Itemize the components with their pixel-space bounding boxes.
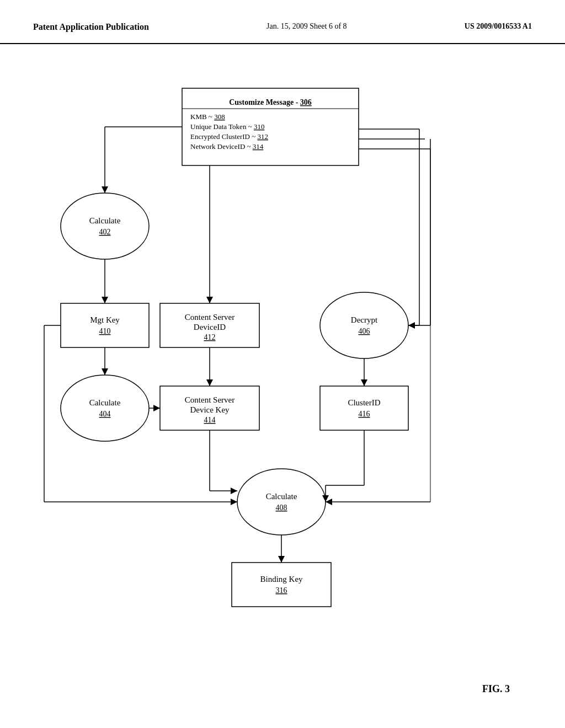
cluster-id-label: ClusterID: [348, 398, 380, 407]
mgt-key-label: Mgt Key: [90, 315, 120, 324]
arrow-to-calc404: [102, 368, 108, 375]
arrow-to-calc402: [102, 186, 108, 193]
cs-deviceid-sublabel: 412: [204, 333, 216, 341]
unique-data-token-label: Unique Data Token ~ 310: [190, 122, 264, 131]
calc-402-label: Calculate: [89, 216, 121, 225]
header-left: Patent Application Publication: [33, 22, 149, 32]
calc-408-label: Calculate: [266, 492, 297, 501]
network-device-label: Network DeviceID ~ 314: [190, 142, 264, 151]
calc-404-label: Calculate: [89, 398, 121, 407]
calc-408-sublabel: 408: [276, 504, 287, 512]
binding-key-box: [232, 563, 331, 607]
decrypt-406-ellipse: [320, 292, 408, 358]
cs-devicekey-label1: Content Server: [185, 395, 234, 404]
calc-404-sublabel: 404: [99, 410, 111, 418]
cs-deviceid-label2: DeviceID: [194, 323, 226, 331]
arrow-to-bindingkey: [278, 556, 285, 563]
calculate-404-ellipse: [61, 375, 149, 441]
arrow-to-csdeviceid: [206, 297, 213, 303]
cs-devicekey-label2: Device Key: [190, 405, 230, 414]
kmb-label: KMB ~ 308: [190, 113, 225, 121]
arrow-to-clusterid: [361, 379, 367, 386]
arrow-to-mgtkey: [102, 297, 108, 303]
calc-402-sublabel: 402: [99, 228, 111, 236]
binding-key-sublabel: 316: [276, 586, 287, 595]
page-header: Patent Application Publication Jan. 15, …: [0, 0, 565, 44]
diagram-svg: text { font-family: 'Times New Roman', T…: [0, 55, 565, 689]
decrypt-406-sublabel: 406: [359, 327, 370, 335]
arrow-to-csdevicekey: [206, 379, 213, 386]
mgt-key-sublabel: 410: [99, 327, 111, 335]
cluster-id-sublabel: 416: [359, 410, 370, 418]
mgt-key-box: [61, 303, 149, 347]
header-right: US 2009/0016533 A1: [465, 22, 532, 31]
calculate-408-ellipse: [237, 469, 326, 535]
customize-msg-title: Customize Message - 306: [229, 98, 312, 106]
arrow-mgtkey-to-calc408: [231, 499, 237, 505]
encrypted-cluster-label: Encrypted ClusterID ~ 312: [190, 132, 268, 141]
binding-key-label: Binding Key: [260, 575, 303, 584]
arrow-to-csdevicekey2: [153, 405, 160, 411]
decrypt-406-label: Decrypt: [351, 315, 378, 324]
cluster-id-box: [320, 386, 408, 430]
fig-label: FIG. 3: [482, 683, 510, 695]
cs-devicekey-sublabel: 414: [204, 416, 216, 424]
diagram-container: text { font-family: 'Times New Roman', T…: [0, 55, 565, 689]
calculate-402-ellipse: [61, 193, 149, 259]
arrow-to-calc408-center: [231, 488, 237, 494]
cs-deviceid-label1: Content Server: [185, 313, 234, 322]
header-center: Jan. 15, 2009 Sheet 6 of 8: [266, 22, 347, 31]
